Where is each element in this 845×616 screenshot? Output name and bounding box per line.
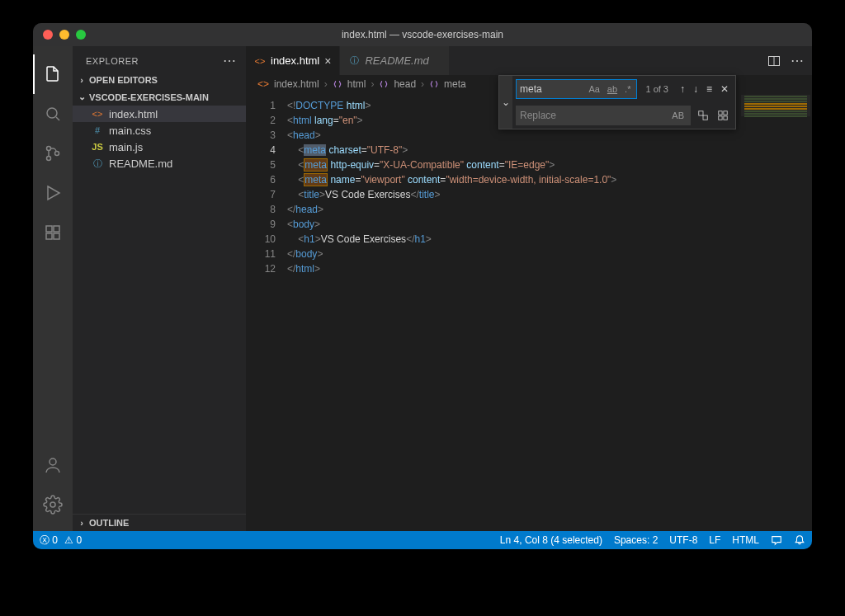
symbol-icon [429,79,439,89]
status-bell-icon[interactable] [794,534,805,546]
status-feedback-icon[interactable] [771,534,782,546]
close-window-button[interactable] [43,30,53,40]
activity-accounts[interactable] [33,445,73,485]
html-file-icon: <> [91,107,104,120]
file-tree-item[interactable]: JSmain.js [73,139,246,155]
status-encoding[interactable]: UTF-8 [669,534,697,546]
svg-point-0 [47,108,57,118]
replace-one-icon[interactable] [694,108,712,123]
svg-rect-14 [719,111,722,115]
file-tree-item[interactable]: <>index.html [73,106,246,122]
replace-input[interactable]: Replace [520,110,669,121]
split-editor-icon[interactable] [767,54,781,68]
preserve-case-icon[interactable]: AB [669,109,687,122]
svg-rect-13 [703,115,707,120]
tab-title: index.html [271,54,319,67]
status-indent[interactable]: Spaces: 2 [614,534,658,546]
status-errors[interactable]: ⓧ 0 [40,534,58,548]
status-eol[interactable]: LF [709,534,720,546]
tab-actions: ⋯ [767,46,812,75]
source-control-icon [43,143,63,163]
account-icon [43,455,63,475]
status-language[interactable]: HTML [732,534,759,546]
file-name-label: main.js [109,141,143,153]
code-content[interactable]: <!DOCTYPE html><html lang="en"><head> <m… [287,93,739,531]
find-in-selection-icon[interactable]: ≡ [703,82,715,96]
find-input-wrap[interactable]: meta Aa ab .* [516,79,637,99]
find-prev-icon[interactable]: ↑ [677,82,688,96]
file-name-label: main.css [109,125,151,137]
activity-scm[interactable] [33,134,73,173]
gear-icon [43,495,63,515]
outline-section[interactable]: › OUTLINE [73,514,246,531]
breadcrumb-segment[interactable]: index.html [274,78,319,90]
svg-point-3 [55,152,59,156]
file-name-label: README.md [109,158,172,170]
zoom-window-button[interactable] [76,30,86,40]
svg-rect-12 [699,111,703,115]
find-result-count: 1 of 3 [640,84,673,94]
chevron-right-icon: › [78,518,86,528]
activity-explorer[interactable] [33,54,73,94]
toggle-replace-icon[interactable]: ⌄ [499,76,512,129]
breadcrumb-segment[interactable]: html [347,78,366,90]
svg-rect-15 [724,111,727,115]
file-name-label: index.html [109,108,158,120]
editor-tabs: <>index.html×ⓘREADME.md× ⋯ [246,46,812,75]
close-find-icon[interactable]: ✕ [717,82,732,96]
replace-all-icon[interactable] [714,108,732,123]
find-replace-widget: ⌄ meta Aa ab .* 1 of 3 [498,75,736,129]
editor-tab[interactable]: <>index.html× [246,46,340,75]
symbol-icon [333,79,342,89]
regex-icon[interactable]: .* [622,82,633,96]
more-actions-icon[interactable]: ⋯ [791,53,804,68]
find-next-icon[interactable]: ↓ [690,82,701,96]
extensions-icon [43,223,63,242]
svg-rect-16 [719,116,722,120]
breadcrumb-segment[interactable]: meta [444,78,466,90]
editor-body: 123456789101112 <!DOCTYPE html><html lan… [246,93,812,531]
workbench-body: EXPLORER ⋯ › OPEN EDITORS ⌄ VSCODE-EXERC… [33,46,812,531]
match-case-icon[interactable]: Aa [586,82,602,96]
breadcrumb-separator-icon: › [421,78,424,90]
titlebar[interactable]: index.html — vscode-exercises-main [33,23,812,46]
html-file-icon: <> [257,78,269,90]
svg-rect-4 [46,226,52,232]
open-editors-section[interactable]: › OPEN EDITORS [73,72,246,88]
breadcrumb-segment[interactable]: head [394,78,416,90]
editor-tab[interactable]: ⓘREADME.md× [340,46,449,75]
activity-extensions[interactable] [33,213,73,252]
activity-settings[interactable] [33,485,73,524]
js-file-icon: JS [91,140,104,153]
chevron-down-icon: ⌄ [78,92,86,102]
folder-section[interactable]: ⌄ VSCODE-EXERCISES-MAIN [73,88,246,106]
css-file-icon: # [91,124,104,137]
match-word-icon[interactable]: ab [605,82,620,96]
tab-title: README.md [365,54,428,67]
search-icon [43,104,63,124]
minimap[interactable] [739,93,812,531]
svg-point-2 [47,157,51,161]
file-tree-item[interactable]: ⓘREADME.md [73,155,246,172]
sidebar-more-icon[interactable]: ⋯ [223,53,237,68]
svg-rect-6 [54,233,59,239]
file-tree-item[interactable]: #main.css [73,122,246,139]
status-warnings[interactable]: ⚠ 0 [64,534,82,546]
activity-search[interactable] [33,94,73,134]
info-file-icon: ⓘ [91,157,104,170]
line-gutter: 123456789101112 [246,93,287,531]
window-title: index.html — vscode-exercises-main [33,29,812,40]
minimize-window-button[interactable] [59,30,69,40]
svg-rect-5 [46,233,52,239]
close-tab-icon[interactable]: × [324,54,331,68]
activity-bottom [33,445,73,531]
run-debug-icon [43,183,63,203]
replace-input-wrap[interactable]: Replace AB [516,106,691,125]
activity-run[interactable] [33,173,73,213]
status-cursor[interactable]: Ln 4, Col 8 (4 selected) [500,534,602,546]
breadcrumb-separator-icon: › [371,78,374,90]
minimap-viewport[interactable] [741,95,810,116]
find-input[interactable]: meta [520,83,586,95]
vscode-window: index.html — vscode-exercises-main [33,23,812,549]
chevron-right-icon: › [78,75,86,85]
